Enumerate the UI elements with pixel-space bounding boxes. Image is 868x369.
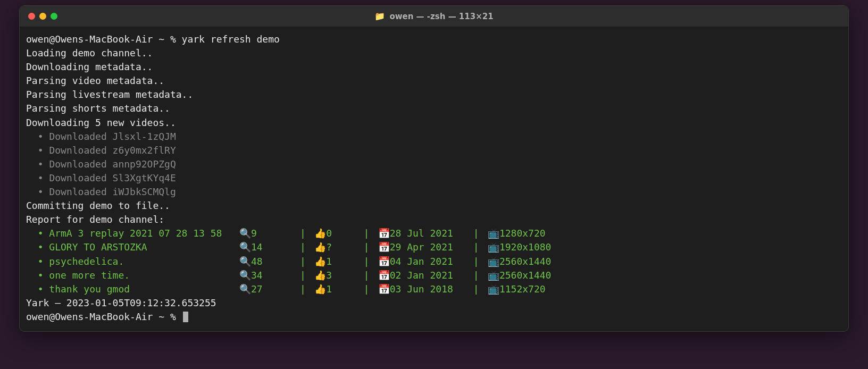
output-line: Parsing video metadata.. <box>26 74 842 88</box>
thumbs-up-icon: 👍 <box>314 256 326 267</box>
views-value: 34 <box>251 269 291 282</box>
views-cell: 🔍48 <box>239 255 291 269</box>
window-titlebar[interactable]: 📁 owen — -zsh — 113×21 <box>20 6 848 27</box>
likes-cell: 👍1 <box>314 282 355 296</box>
views-value: 14 <box>251 240 291 254</box>
minimize-button[interactable] <box>39 13 46 20</box>
separator: | <box>291 227 314 240</box>
views-value: 48 <box>251 255 291 269</box>
report-row: • thank you gmod🔍27| 👍1| 📅03 Jun 2018| 📺… <box>26 282 842 296</box>
footer-line: Yark — 2023-01-05T09:12:32.653255 <box>26 296 842 310</box>
download-line: • Downloaded annp92OPZgQ <box>26 157 842 171</box>
res-cell: 📺1920x1080 <box>488 240 552 254</box>
report-row: • psychedelica.🔍48| 👍1| 📅04 Jan 2021| 📺2… <box>26 255 842 269</box>
resolution-value: 1152x720 <box>499 282 546 296</box>
date-value: 29 Apr 2021 <box>390 240 465 254</box>
thumbs-up-icon: 👍 <box>314 284 326 295</box>
output-line: Loading demo channel.. <box>26 46 842 60</box>
window-title: 📁 owen — -zsh — 113×21 <box>374 12 493 21</box>
video-title: GLORY TO ARSTOZKA <box>49 240 239 254</box>
date-cell: 📅28 Jul 2021 <box>378 227 465 240</box>
likes-cell: 👍0 <box>314 227 355 240</box>
tv-icon: 📺 <box>488 242 499 253</box>
views-cell: 🔍27 <box>239 282 291 296</box>
views-value: 27 <box>251 282 291 296</box>
tv-icon: 📺 <box>488 256 499 267</box>
download-id: Downloaded annp92OPZgQ <box>49 158 176 170</box>
bullet-icon: • <box>38 158 44 170</box>
shell-prompt: owen@Owens-MacBook-Air ~ % <box>26 33 182 45</box>
resolution-value: 1920x1080 <box>499 240 552 254</box>
likes-cell: 👍? <box>314 240 355 254</box>
bullet-icon: • <box>38 282 49 296</box>
prompt-line-2: owen@Owens-MacBook-Air ~ % <box>26 310 842 324</box>
video-title: one more time. <box>49 269 239 282</box>
date-value: 02 Jan 2021 <box>390 269 465 282</box>
video-title: thank you gmod <box>49 282 239 296</box>
likes-value: 3 <box>326 269 355 282</box>
output-line: Parsing shorts metadata.. <box>26 102 842 115</box>
thumbs-up-icon: 👍 <box>314 270 326 281</box>
res-cell: 📺2560x1440 <box>488 269 552 282</box>
report-row: • ArmA 3 replay 2021 07 28 13 58🔍9| 👍0| … <box>26 227 842 240</box>
magnifier-icon: 🔍 <box>239 270 251 281</box>
report-header: Report for demo channel: <box>26 213 842 227</box>
report-row: • GLORY TO ARSTOZKA🔍14| 👍?| 📅29 Apr 2021… <box>26 240 842 254</box>
cursor-icon <box>183 312 188 322</box>
views-cell: 🔍9 <box>239 227 291 240</box>
bullet-icon: • <box>38 269 49 282</box>
calendar-icon: 📅 <box>378 242 390 253</box>
separator: | <box>465 282 488 296</box>
output-line: Downloading metadata.. <box>26 60 842 74</box>
download-line: • Downloaded iWJbkSCMQlg <box>26 185 842 199</box>
bullet-icon: • <box>38 145 44 156</box>
video-title: psychedelica. <box>49 255 239 269</box>
download-line: • Downloaded z6y0mx2flRY <box>26 144 842 157</box>
separator: | <box>291 255 314 269</box>
output-line: Downloading 5 new videos.. <box>26 116 842 130</box>
video-title: ArmA 3 replay 2021 07 28 13 58 <box>49 227 239 240</box>
download-id: Downloaded iWJbkSCMQlg <box>49 186 176 197</box>
calendar-icon: 📅 <box>378 228 390 239</box>
likes-value: 1 <box>326 282 355 296</box>
output-line: Parsing livestream metadata.. <box>26 88 842 102</box>
views-cell: 🔍14 <box>239 240 291 254</box>
prompt-line: owen@Owens-MacBook-Air ~ % yark refresh … <box>26 32 842 46</box>
date-value: 28 Jul 2021 <box>390 227 465 240</box>
calendar-icon: 📅 <box>378 256 390 267</box>
magnifier-icon: 🔍 <box>239 284 251 295</box>
maximize-button[interactable] <box>51 13 57 20</box>
report-row: • one more time.🔍34| 👍3| 📅02 Jan 2021| 📺… <box>26 269 842 282</box>
date-cell: 📅03 Jun 2018 <box>378 282 465 296</box>
download-id: Downloaded Jlsxl-1zQJM <box>49 131 176 142</box>
separator: | <box>355 227 378 240</box>
separator: | <box>465 269 488 282</box>
date-value: 03 Jun 2018 <box>390 282 465 296</box>
command-text: yark refresh demo <box>182 33 280 45</box>
calendar-icon: 📅 <box>378 270 390 281</box>
resolution-value: 2560x1440 <box>499 269 552 282</box>
shell-prompt: owen@Owens-MacBook-Air ~ % <box>26 311 182 322</box>
download-line: • Downloaded Jlsxl-1zQJM <box>26 130 842 144</box>
close-button[interactable] <box>28 13 35 20</box>
separator: | <box>355 269 378 282</box>
separator: | <box>291 240 314 254</box>
thumbs-up-icon: 👍 <box>314 228 326 239</box>
download-id: Downloaded z6y0mx2flRY <box>49 145 176 156</box>
tv-icon: 📺 <box>488 270 499 281</box>
likes-value: 0 <box>326 227 355 240</box>
likes-cell: 👍3 <box>314 269 355 282</box>
magnifier-icon: 🔍 <box>239 256 251 267</box>
bullet-icon: • <box>38 255 49 269</box>
bullet-icon: • <box>38 186 44 197</box>
likes-value: 1 <box>326 255 355 269</box>
tv-icon: 📺 <box>488 228 499 239</box>
likes-value: ? <box>326 240 355 254</box>
traffic-lights <box>28 13 57 20</box>
output-line: Committing demo to file.. <box>26 199 842 213</box>
magnifier-icon: 🔍 <box>239 228 251 239</box>
terminal-body[interactable]: owen@Owens-MacBook-Air ~ % yark refresh … <box>20 27 848 331</box>
calendar-icon: 📅 <box>378 284 390 295</box>
res-cell: 📺1280x720 <box>488 227 546 240</box>
res-cell: 📺1152x720 <box>488 282 546 296</box>
